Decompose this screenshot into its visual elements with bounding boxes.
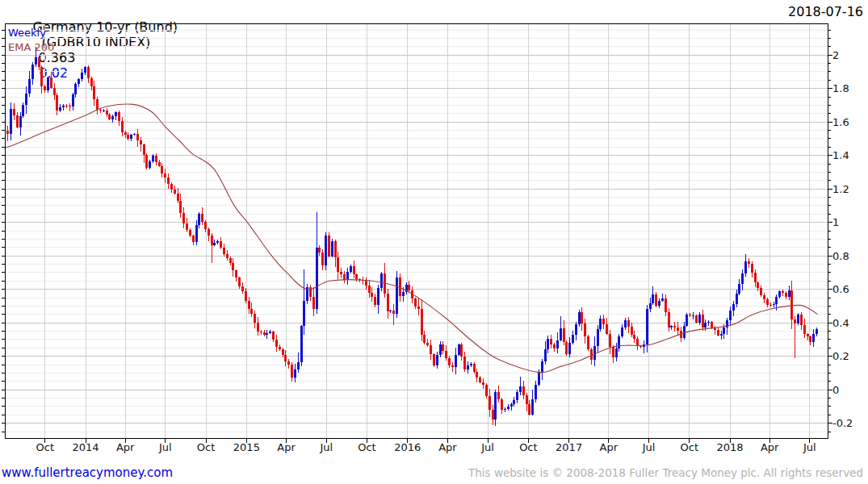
minor-gridlines <box>5 30 828 432</box>
candle-body <box>257 323 259 332</box>
candle-body <box>568 343 571 355</box>
candle-body <box>133 134 136 136</box>
candle-body <box>40 67 43 86</box>
candle-body <box>130 135 132 138</box>
ema-overlay <box>5 104 818 372</box>
candle-body <box>655 294 657 305</box>
candle-body <box>812 334 815 342</box>
candle-body <box>720 334 723 336</box>
candle-body <box>436 355 438 365</box>
candle-body <box>766 299 769 305</box>
candle-body <box>665 298 667 313</box>
candle-body <box>782 291 784 293</box>
candle-body <box>402 292 405 296</box>
candle-body <box>602 319 605 324</box>
candle-body <box>677 328 679 331</box>
candle-body <box>316 248 318 309</box>
candle-body <box>65 106 68 106</box>
copyright-text: This website is © 2008-2018 Fuller Treac… <box>468 466 863 479</box>
candle-body <box>572 335 574 342</box>
candle-body <box>556 340 559 348</box>
candle-body <box>473 364 476 372</box>
candle-body <box>763 295 765 299</box>
candle-body <box>526 395 528 404</box>
candle-body <box>6 131 9 134</box>
candle-body <box>238 277 241 286</box>
candle-body <box>374 297 376 306</box>
candle-body <box>809 336 811 342</box>
candle-body <box>229 258 232 262</box>
candle-body <box>81 73 83 79</box>
candle-body <box>161 166 163 173</box>
candle-body <box>661 298 664 302</box>
y-tick-label: 1.4 <box>832 149 849 161</box>
candle-body <box>99 110 102 111</box>
candle-body <box>291 365 293 378</box>
x-tick-label: Jul <box>158 441 172 453</box>
candle-body <box>751 264 753 273</box>
candle-body <box>686 315 688 326</box>
candle-body <box>803 325 806 334</box>
candle-body <box>328 236 330 257</box>
candle-body <box>773 304 775 305</box>
y-tick-label: -0.2 <box>832 417 853 429</box>
candle-body <box>775 297 778 304</box>
candle-body <box>538 373 540 385</box>
candle-body <box>414 298 417 307</box>
candle-body <box>531 399 534 415</box>
candle-body <box>788 290 790 296</box>
candle-body <box>430 345 432 354</box>
candle-body <box>778 291 781 296</box>
candle-body <box>25 94 27 105</box>
x-tick-label: Oct <box>36 441 54 453</box>
candle-body <box>300 326 303 361</box>
candle-body <box>59 107 61 111</box>
axes-and-ticks <box>2 30 832 442</box>
candle-body <box>615 348 618 357</box>
candle-body <box>455 355 457 367</box>
candle-body <box>303 301 305 326</box>
candle-body <box>470 364 472 365</box>
candle-body <box>260 332 262 333</box>
candle-body <box>124 132 127 135</box>
candle-body <box>658 301 660 305</box>
x-tick-label: 2018 <box>716 441 743 453</box>
candle-body <box>668 312 670 327</box>
candle-body <box>392 311 395 314</box>
x-tick-label: Jul <box>642 441 656 453</box>
candle-body <box>340 272 342 275</box>
candle-body <box>192 236 195 242</box>
candle-body <box>74 84 77 94</box>
candle-body <box>807 334 809 337</box>
website-link[interactable]: www.fullertreacymoney.com <box>2 465 173 480</box>
candle-body <box>516 392 518 400</box>
candle-body <box>510 404 513 407</box>
candle-body <box>445 351 447 358</box>
candle-body <box>670 326 673 328</box>
candle-body <box>497 392 500 399</box>
candle-body <box>343 274 346 280</box>
candle-body <box>365 281 367 285</box>
candle-body <box>62 106 65 107</box>
y-tick-label: 1 <box>832 216 839 228</box>
candle-body <box>87 67 90 78</box>
candle-body <box>790 290 793 319</box>
candle-body <box>78 79 80 84</box>
candle-body <box>584 323 586 336</box>
candle-body <box>732 304 735 311</box>
candle-body <box>325 236 327 265</box>
candle-body <box>287 361 290 364</box>
candle-body <box>84 67 86 73</box>
x-tick-label: 2015 <box>233 441 260 453</box>
candle-body <box>702 315 704 328</box>
candle-body <box>489 396 491 410</box>
candle-body <box>652 294 654 302</box>
candle-body <box>93 86 95 98</box>
candle-body <box>284 355 287 361</box>
candle-body <box>587 336 589 349</box>
candle-body <box>627 320 630 328</box>
candle-body <box>421 309 423 335</box>
candle-body <box>297 362 300 369</box>
candle-body <box>143 144 145 155</box>
x-tick-label: Jul <box>319 441 333 453</box>
